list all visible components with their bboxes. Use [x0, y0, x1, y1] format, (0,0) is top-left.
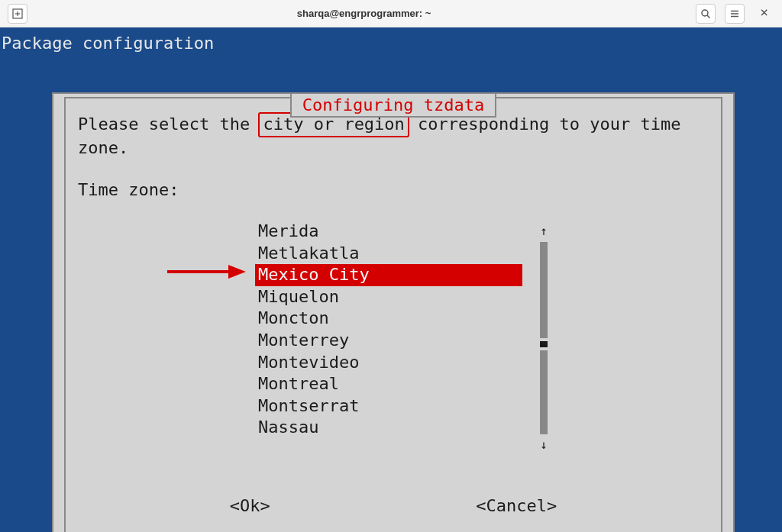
- menu-button[interactable]: [725, 4, 745, 24]
- cancel-button[interactable]: <Cancel>: [476, 496, 557, 515]
- tzdata-dialog: Configuring tzdata Please select the cit…: [52, 92, 735, 532]
- list-item[interactable]: Montreal: [255, 373, 522, 395]
- list-item[interactable]: Montserrat: [255, 395, 522, 418]
- scroll-thumb[interactable]: [540, 341, 548, 347]
- svg-point-3: [702, 10, 708, 16]
- dialog-title: Configuring tzdata: [290, 92, 496, 118]
- terminal-area: Package configuration Configuring tzdata…: [0, 27, 782, 532]
- scroll-down-arrow[interactable]: ↓: [535, 434, 553, 456]
- list-item[interactable]: Merida: [255, 221, 522, 243]
- scrollbar[interactable]: ↑ ↓: [535, 221, 553, 456]
- plus-box-icon: [12, 8, 23, 19]
- list-item[interactable]: Nassau: [255, 417, 522, 439]
- list-item[interactable]: Moncton: [255, 308, 522, 330]
- svg-line-4: [707, 15, 710, 18]
- timezone-list[interactable]: Merida Metlakatla Mexico City Miquelon M…: [255, 221, 522, 439]
- dialog-buttons: <Ok> <Cancel>: [66, 496, 721, 515]
- dialog-prompt: Please select the city or region corresp…: [73, 112, 713, 159]
- scroll-up-arrow[interactable]: ↑: [535, 221, 553, 242]
- window-titlebar: sharqa@engrprogrammer: ~ ×: [0, 0, 782, 27]
- list-item[interactable]: Monterrey: [255, 330, 522, 352]
- list-item-selected[interactable]: Mexico City: [255, 264, 522, 286]
- list-item[interactable]: Montevideo: [255, 352, 522, 374]
- list-item[interactable]: Miquelon: [255, 286, 522, 308]
- window-title: sharqa@engrprogrammer: ~: [32, 8, 696, 19]
- dialog-content: Please select the city or region corresp…: [64, 97, 722, 532]
- arrow-annotation: [163, 263, 247, 284]
- search-icon: [700, 8, 711, 19]
- red-arrow-icon: [163, 263, 247, 281]
- close-button[interactable]: ×: [754, 4, 774, 24]
- new-tab-button[interactable]: [8, 4, 27, 24]
- hamburger-icon: [729, 8, 740, 19]
- package-config-header: Package configuration: [0, 27, 782, 53]
- ok-button[interactable]: <Ok>: [230, 496, 270, 515]
- svg-marker-9: [228, 265, 246, 279]
- scroll-track[interactable]: [540, 350, 548, 434]
- list-item[interactable]: Metlakatla: [255, 243, 522, 265]
- search-button[interactable]: [696, 4, 716, 24]
- timezone-label: Time zone:: [73, 180, 713, 199]
- scroll-track[interactable]: [540, 242, 548, 338]
